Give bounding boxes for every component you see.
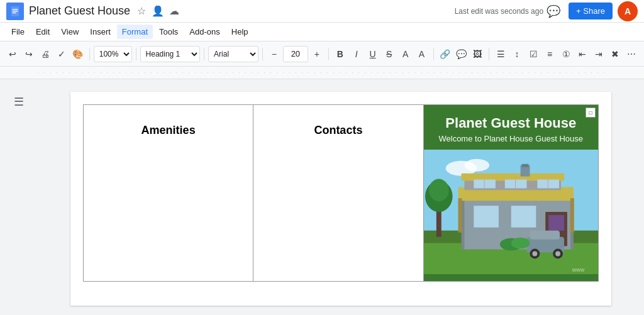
doc-table: Amenities Contacts □ Planet Guest House … — [83, 104, 599, 282]
right-icons: 💬 + Share A — [543, 1, 638, 21]
image-button[interactable]: 🖼 — [470, 45, 485, 63]
menu-bar: File Edit View Insert Format Tools Add-o… — [0, 23, 644, 41]
title-bar: Planet Guest House ☆ 👤 ☁ Last edit was s… — [0, 0, 644, 23]
spellcheck-button[interactable]: ✓ — [54, 45, 69, 63]
star-icon[interactable]: ☆ — [135, 5, 148, 18]
amenities-cell[interactable]: Amenities — [84, 105, 253, 282]
bold-button[interactable]: B — [333, 45, 348, 63]
undo-button[interactable]: ↩ — [5, 45, 20, 63]
italic-button[interactable]: I — [349, 45, 364, 63]
resize-handle[interactable]: □ — [586, 108, 596, 118]
font-size-input[interactable] — [283, 46, 308, 62]
text-color-button[interactable]: A — [414, 45, 430, 63]
save-status: Last edit was seconds ago — [455, 7, 543, 16]
svg-point-12 — [428, 179, 448, 202]
svg-rect-2 — [13, 9, 18, 9]
guest-house-title: Planet Guest House — [424, 105, 598, 134]
separator-7 — [489, 48, 489, 60]
account-icon[interactable]: 👤 — [152, 5, 164, 18]
info-cell[interactable]: □ Planet Guest House Welcome to Planet H… — [423, 105, 598, 282]
guest-house-subtitle: Welcome to Planet House Guest House — [424, 134, 598, 150]
comment-toolbar-button[interactable]: 💬 — [453, 45, 469, 63]
link-button[interactable]: 🔗 — [437, 45, 452, 63]
title-icons: ☆ 👤 ☁ — [135, 5, 180, 18]
guest-house-panel: □ Planet Guest House Welcome to Planet H… — [424, 105, 598, 281]
separator-3 — [204, 48, 204, 60]
separator-2 — [136, 48, 136, 60]
doc-canvas: Amenities Contacts □ Planet Guest House … — [38, 79, 644, 315]
menu-help[interactable]: Help — [226, 25, 253, 39]
svg-rect-29 — [570, 198, 574, 233]
svg-rect-20 — [537, 180, 559, 189]
svg-point-35 — [532, 251, 537, 257]
svg-rect-25 — [511, 206, 536, 228]
ruler — [0, 67, 644, 79]
menu-tools[interactable]: Tools — [154, 25, 183, 39]
svg-point-37 — [555, 251, 560, 257]
heading-select[interactable]: Heading 1 Heading 2 Normal text — [140, 46, 201, 62]
svg-point-39 — [511, 238, 530, 249]
toolbar: ↩ ↪ 🖨 ✓ 🎨 100% 75% 50% 125% 150% Heading… — [0, 41, 644, 67]
more-options-button[interactable]: ⋯ — [624, 45, 639, 63]
paint-format-button[interactable]: 🎨 — [70, 45, 86, 63]
avatar[interactable]: A — [618, 1, 638, 21]
font-select[interactable]: Arial Times New Roman Courier New — [208, 46, 258, 62]
contacts-header: Contacts — [264, 118, 413, 137]
separator-5 — [328, 48, 329, 60]
bullet-list-button[interactable]: ≡ — [542, 45, 557, 63]
line-spacing-button[interactable]: ↕ — [509, 45, 525, 63]
svg-rect-31 — [521, 164, 528, 167]
increase-indent-button[interactable]: ⇥ — [591, 45, 606, 63]
ruler-line — [38, 72, 606, 73]
cloud-icon[interactable]: ☁ — [168, 5, 180, 18]
svg-rect-3 — [13, 11, 18, 11]
svg-rect-24 — [474, 206, 499, 228]
menu-view[interactable]: View — [56, 25, 84, 39]
underline-button[interactable]: U — [365, 45, 380, 63]
highlight-button[interactable]: A — [398, 45, 413, 63]
share-button[interactable]: + Share — [569, 3, 613, 19]
menu-addons[interactable]: Add-ons — [184, 25, 225, 39]
menu-file[interactable]: File — [6, 25, 30, 39]
amenities-header: Amenities — [94, 118, 243, 137]
redo-button[interactable]: ↪ — [21, 45, 36, 63]
align-button[interactable]: ☰ — [493, 45, 508, 63]
checklist-button[interactable]: ☑ — [526, 45, 541, 63]
left-panel: ☰ — [0, 79, 38, 315]
svg-rect-28 — [458, 198, 462, 233]
svg-rect-27 — [548, 215, 564, 231]
comment-button[interactable]: 💬 — [543, 1, 564, 21]
print-button[interactable]: 🖨 — [38, 45, 53, 63]
outline-icon[interactable]: ☰ — [9, 92, 29, 112]
building-image: www — [424, 150, 598, 281]
page: Amenities Contacts □ Planet Guest House … — [70, 92, 611, 306]
menu-insert[interactable]: Insert — [85, 25, 116, 39]
separator-4 — [262, 48, 263, 60]
svg-rect-4 — [13, 12, 16, 13]
docs-icon — [6, 3, 24, 20]
svg-rect-33 — [530, 231, 560, 240]
table-row: Amenities Contacts □ Planet Guest House … — [84, 105, 599, 282]
menu-edit[interactable]: Edit — [31, 25, 55, 39]
contacts-cell[interactable]: Contacts — [253, 105, 423, 282]
strikethrough-button[interactable]: S — [382, 45, 397, 63]
decrease-font-button[interactable]: − — [267, 45, 282, 63]
separator-1 — [89, 48, 90, 60]
svg-point-7 — [464, 159, 489, 172]
zoom-select[interactable]: 100% 75% 50% 125% 150% — [94, 46, 132, 62]
svg-text:www: www — [571, 267, 584, 273]
increase-font-button[interactable]: + — [309, 45, 325, 63]
clear-format-button[interactable]: ✖ — [608, 45, 623, 63]
decrease-indent-button[interactable]: ⇤ — [575, 45, 590, 63]
doc-title: Planet Guest House — [29, 4, 130, 18]
numbered-list-button[interactable]: ① — [558, 45, 574, 63]
separator-6 — [433, 48, 434, 60]
menu-format[interactable]: Format — [117, 25, 153, 39]
main-area: ☰ Amenities Contacts — [0, 79, 644, 315]
